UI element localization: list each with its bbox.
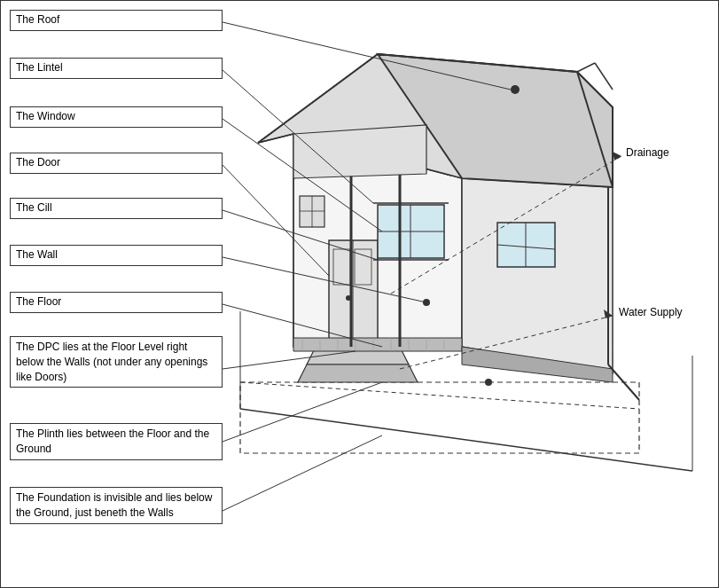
water-supply-label: Water Supply — [619, 306, 683, 318]
label-window: The Window — [10, 106, 223, 128]
svg-line-12 — [577, 63, 595, 72]
label-dpc: The DPC lies at the Floor Level right be… — [10, 336, 223, 388]
svg-point-50 — [485, 379, 492, 386]
label-door: The Door — [10, 153, 223, 174]
svg-point-49 — [423, 299, 430, 306]
svg-marker-48 — [293, 125, 426, 178]
svg-line-45 — [240, 382, 639, 409]
svg-marker-33 — [298, 365, 418, 382]
drainage-label: Drainage — [626, 146, 669, 159]
label-cill: The Cill — [10, 198, 223, 219]
label-foundation: The Foundation is invisible and lies bel… — [10, 487, 223, 524]
label-roof: The Roof — [10, 10, 223, 31]
svg-marker-34 — [293, 338, 462, 351]
svg-marker-5 — [462, 178, 613, 373]
svg-line-0 — [240, 409, 692, 471]
label-floor: The Floor — [10, 292, 223, 313]
main-container: The Roof The Lintel The Window The Door … — [0, 0, 719, 588]
label-plinth: The Plinth lies between the Floor and th… — [10, 423, 223, 460]
svg-point-53 — [511, 85, 520, 94]
svg-line-13 — [595, 63, 613, 90]
label-lintel: The Lintel — [10, 58, 223, 79]
label-wall: The Wall — [10, 245, 223, 266]
